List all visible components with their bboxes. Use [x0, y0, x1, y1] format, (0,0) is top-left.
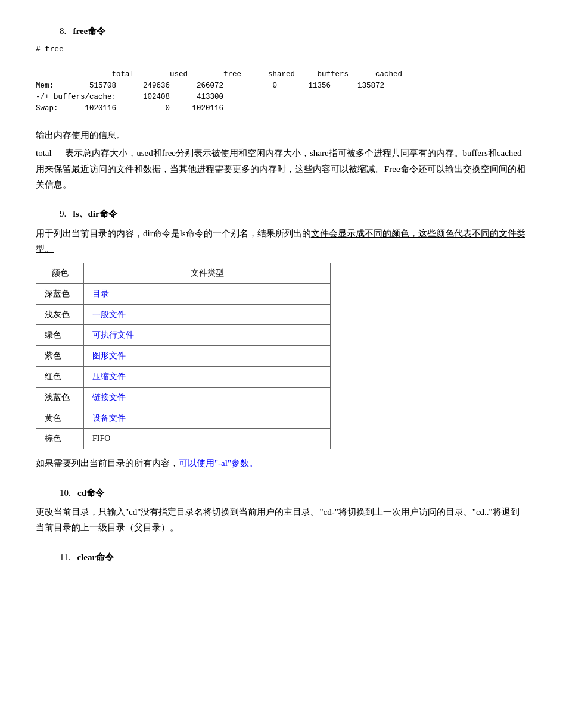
free-command-prompt: # free [36, 43, 527, 56]
color-cell: 紫色 [36, 346, 84, 367]
color-cell: 棕色 [36, 429, 84, 449]
section-8-desc2: total 表示总内存大小，used和free分别表示被使用和空闲内存大小，sh… [36, 145, 527, 192]
color-cell: 浅灰色 [36, 304, 84, 325]
section-11-heading: 11. clear命令 [60, 550, 527, 565]
table-row: 浅灰色 一般文件 [36, 304, 331, 325]
section-10-heading: 10. cd命令 [60, 486, 527, 501]
table-row: 紫色 图形文件 [36, 346, 331, 367]
color-type-table: 颜色 文件类型 深蓝色 目录 浅灰色 一般文件 绿色 可执行文件 紫色 图形文件 [36, 263, 331, 449]
table-row: 棕色 FIFO [36, 429, 331, 449]
table-header-type: 文件类型 [84, 263, 331, 284]
section-9-cmd: ls、dir命令 [73, 209, 117, 218]
type-cell: 目录 [84, 283, 331, 304]
type-cell: 设备文件 [84, 408, 331, 429]
section-9-note: 如果需要列出当前目录的所有内容，可以使用"-al"参数。 [36, 455, 527, 471]
section-9-heading: 9. ls、dir命令 [60, 207, 527, 222]
section-8: 8. free命令 # free total used free shared … [36, 24, 527, 192]
section-11-cmd: clear命令 [77, 552, 114, 562]
table-row: 浅蓝色 链接文件 [36, 387, 331, 408]
note-prefix: 如果需要列出当前目录的所有内容， [36, 458, 179, 468]
type-cell: 压缩文件 [84, 367, 331, 388]
section-11-num: 11. [60, 552, 70, 562]
type-cell: FIFO [84, 429, 331, 449]
color-cell: 红色 [36, 367, 84, 388]
table-header-color: 颜色 [36, 263, 84, 284]
free-table-mem: Mem: 515708 249636 266072 0 11356 135872 [36, 82, 384, 90]
type-cell: 图形文件 [84, 346, 331, 367]
section-9: 9. ls、dir命令 用于列出当前目录的内容，dir命令是ls命令的一个别名，… [36, 207, 527, 471]
free-table-bufcache: -/+ buffers/cache: 102408 413300 [36, 93, 223, 101]
type-cell: 链接文件 [84, 387, 331, 408]
color-cell: 浅蓝色 [36, 387, 84, 408]
section-10-num: 10. [60, 488, 71, 498]
section-8-desc1: 输出内存使用的信息。 [36, 127, 527, 143]
table-row: 红色 压缩文件 [36, 367, 331, 388]
color-cell: 黄色 [36, 408, 84, 429]
section-10: 10. cd命令 更改当前目录，只输入"cd"没有指定目录名将切换到当前用户的主… [36, 486, 527, 536]
section-11: 11. clear命令 [36, 550, 527, 565]
type-cell: 可执行文件 [84, 325, 331, 346]
section-8-cmd: free命令 [73, 26, 106, 36]
section-8-num: 8. [60, 26, 66, 36]
free-table-swap: Swap: 1020116 0 1020116 [36, 104, 223, 113]
section-9-num: 9. [60, 209, 66, 218]
color-cell: 深蓝色 [36, 283, 84, 304]
section-9-intro: 用于列出当前目录的内容，dir命令是ls命令的一个别名，结果所列出的文件会显示成… [36, 226, 527, 257]
note-link[interactable]: 可以使用"-al"参数。 [179, 458, 258, 468]
type-cell: 一般文件 [84, 304, 331, 325]
free-table: total used free shared buffers cached Me… [36, 58, 527, 126]
section-8-heading: 8. free命令 [60, 24, 527, 39]
section-10-desc: 更改当前目录，只输入"cd"没有指定目录名将切换到当前用户的主目录。"cd-"将… [36, 504, 527, 536]
free-table-header: total used free shared buffers cached [54, 70, 402, 79]
color-cell: 绿色 [36, 325, 84, 346]
section-10-cmd: cd命令 [77, 488, 104, 498]
table-row: 黄色 设备文件 [36, 408, 331, 429]
table-row: 绿色 可执行文件 [36, 325, 331, 346]
table-row: 深蓝色 目录 [36, 283, 331, 304]
